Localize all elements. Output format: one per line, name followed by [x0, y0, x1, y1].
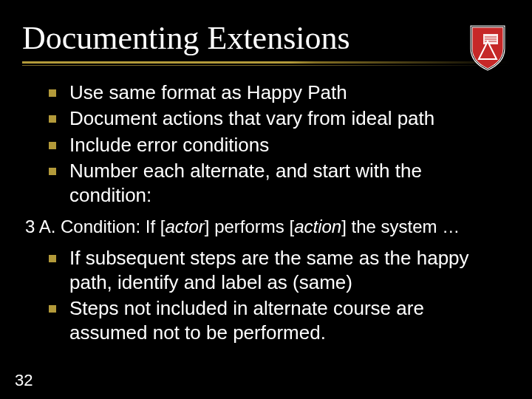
- list-item: Use same format as Happy Path: [49, 81, 507, 105]
- bullet-list-top: Use same format as Happy Path Document a…: [22, 81, 510, 208]
- list-item: Number each alternate, and start with th…: [49, 159, 507, 208]
- logo-shield-icon: [468, 24, 507, 71]
- condition-actor: actor: [165, 216, 204, 236]
- condition-suffix: ] the system …: [341, 216, 460, 236]
- bullet-list-bottom: If subsequent steps are the same as the …: [22, 246, 510, 346]
- condition-action: action: [294, 216, 341, 236]
- page-number: 32: [15, 371, 33, 390]
- list-item: Document actions that vary from ideal pa…: [49, 106, 507, 131]
- content-area: Use same format as Happy Path Document a…: [22, 81, 510, 346]
- condition-prefix: 3 A. Condition: If [: [25, 216, 165, 236]
- slide: Documenting Extensions Use same format a…: [0, 0, 532, 399]
- slide-title: Documenting Extensions: [22, 19, 510, 57]
- list-item: Include error conditions: [49, 133, 507, 157]
- condition-mid: ] performs [: [205, 216, 294, 236]
- condition-line: 3 A. Condition: If [actor] performs [act…: [25, 215, 510, 238]
- list-item: If subsequent steps are the same as the …: [49, 246, 507, 296]
- list-item: Steps not included in alternate course a…: [49, 296, 507, 346]
- divider-top: [22, 61, 510, 64]
- divider-bottom: [22, 65, 510, 66]
